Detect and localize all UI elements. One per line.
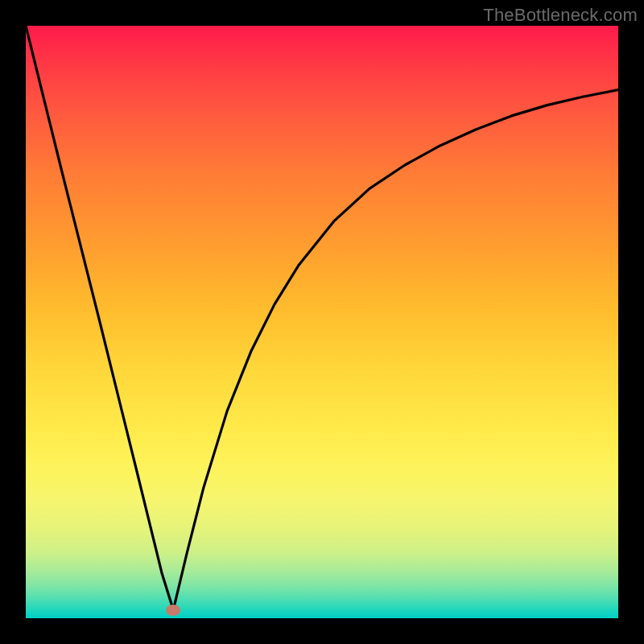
watermark-label: TheBottleneck.com — [483, 5, 638, 26]
plot-area — [26, 26, 618, 618]
chart-frame: TheBottleneck.com — [0, 0, 644, 644]
optimum-marker-icon — [166, 605, 180, 616]
bottleneck-curve — [26, 26, 618, 618]
